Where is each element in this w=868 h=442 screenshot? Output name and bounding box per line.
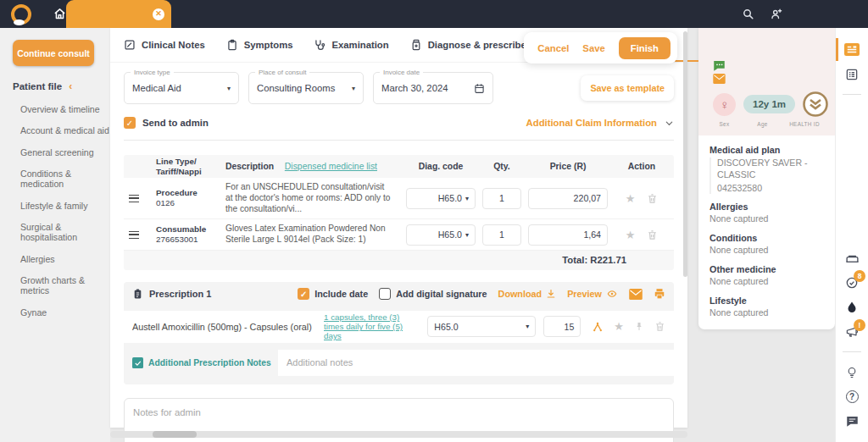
clipboard-icon [226, 39, 238, 51]
eye-icon [606, 289, 618, 299]
rail-help-icon[interactable]: ? [836, 384, 868, 409]
add-signature-checkbox[interactable]: Add digital signature [379, 288, 487, 300]
pill-bottle-icon [410, 39, 422, 51]
vertical-scrollbar[interactable] [683, 31, 687, 277]
chevron-down-icon [665, 119, 674, 128]
save-as-template-button[interactable]: Save as template [581, 75, 674, 101]
search-icon[interactable] [742, 8, 754, 20]
sidebar-item-allergies[interactable]: Allergies [13, 254, 110, 264]
rail-feedback-icon[interactable] [836, 409, 868, 434]
sidebar-item-account[interactable]: Account & medical aid [13, 125, 110, 135]
favourite-star-icon[interactable]: ★ [626, 193, 636, 204]
send-admin-checkbox[interactable]: ✓ [124, 117, 136, 129]
sidebar-item-surgical[interactable]: Surgical & hospitalisation [13, 222, 110, 242]
consult-main-area: Clinical Notes Symptoms Examination Diag… [110, 28, 687, 442]
patient-summary-column: ♀ 12y 1m Sex Age HEALTH ID Medical aid p… [687, 28, 835, 442]
rail-tasks-icon[interactable]: 8 [836, 270, 868, 295]
chat-message-icon[interactable] [713, 60, 835, 71]
tab-clinical-notes[interactable]: Clinical Notes [124, 39, 205, 51]
generic-substitute-icon[interactable] [592, 321, 604, 333]
delete-trash-icon[interactable] [654, 321, 665, 332]
rx-diag-code-select[interactable]: H65.0 ▾ [427, 316, 536, 337]
sidebar-item-lifestyle[interactable]: Lifestyle & family [13, 201, 110, 211]
summary-section: Conditions None captured [709, 233, 824, 257]
tab-symptoms[interactable]: Symptoms [226, 39, 293, 51]
pin-icon[interactable] [634, 321, 644, 332]
sidebar-item-conditions[interactable]: Conditions & medication [13, 169, 110, 189]
rail-summary-icon[interactable] [836, 62, 868, 86]
health-id-badge-icon[interactable] [803, 91, 828, 117]
rail-billing-icon[interactable] [836, 37, 868, 62]
tab-examination[interactable]: Examination [314, 39, 388, 51]
prescription-medicine-row: Austell Amoxicillin (500mg) - Capsules (… [124, 311, 674, 343]
cancel-button[interactable]: Cancel [537, 43, 569, 53]
save-button[interactable]: Save [582, 43, 604, 53]
sidebar-item-overview[interactable]: Overview & timeline [13, 104, 110, 114]
favourite-star-icon[interactable]: ★ [626, 229, 636, 240]
rail-divider [843, 351, 861, 352]
dosage-link[interactable]: 1 capsules, three (3) times daily for fi… [324, 312, 427, 340]
tab-diagnose-prescribe[interactable]: Diagnose & prescribe [410, 39, 526, 51]
rail-bed-icon[interactable] [836, 246, 868, 270]
include-date-checkbox[interactable]: ✓ Include date [298, 288, 368, 300]
preview-link[interactable]: Preview [567, 289, 618, 299]
rail-announcements-icon[interactable]: ! [836, 319, 868, 344]
additional-claim-toggle[interactable]: Additional Claim Information [526, 118, 674, 128]
rx-qty-input[interactable]: 15 [543, 316, 581, 337]
top-bar: ✕ [0, 0, 868, 28]
chevron-down-icon: ▾ [345, 85, 355, 92]
invoice-line-row: Procedure0126 For an UNSCHEDULED consult… [124, 178, 674, 219]
horizontal-scrollbar-thumb[interactable] [153, 431, 197, 438]
rail-ink-drop-icon[interactable] [836, 295, 868, 319]
delete-trash-icon[interactable] [647, 193, 658, 204]
patient-tab[interactable]: ✕ [66, 0, 171, 28]
calendar-icon [467, 83, 485, 94]
medical-aid-plan-title: Medical aid plan [709, 145, 824, 155]
email-envelope-icon[interactable] [713, 74, 835, 84]
sidebar-item-screening[interactable]: General screening [13, 147, 110, 157]
download-link[interactable]: Download [498, 289, 557, 299]
rail-tips-icon[interactable] [836, 360, 868, 384]
price-input[interactable]: 220,07 [528, 188, 608, 209]
continue-consult-button[interactable]: Continue consult [13, 40, 94, 66]
email-icon[interactable] [629, 289, 643, 300]
price-input[interactable]: 1,64 [528, 224, 608, 246]
delete-trash-icon[interactable] [647, 229, 658, 240]
invoice-date-field[interactable]: Invoice date March 30, 2024 [373, 72, 493, 104]
diag-code-select[interactable]: H65.0▾ [406, 188, 476, 209]
place-of-consult-select[interactable]: Place of consult Consulting Rooms ▾ [248, 72, 364, 104]
age-badge: 12y 1m [743, 95, 795, 113]
add-patient-icon[interactable] [770, 8, 783, 20]
finish-button[interactable]: Finish [619, 37, 670, 59]
invoice-form-row: Invoice type Medical Aid ▾ Place of cons… [124, 72, 674, 104]
patient-summary-card: ♀ 12y 1m Sex Age HEALTH ID Medical aid p… [698, 28, 835, 329]
collapse-sidebar-icon[interactable]: ‹ [69, 80, 72, 92]
send-admin-row: ✓ Send to admin Additional Claim Informa… [124, 117, 674, 141]
diag-code-select[interactable]: H65.0▾ [406, 224, 476, 246]
invoice-type-select[interactable]: Invoice type Medical Aid ▾ [124, 72, 239, 104]
tab-close-icon[interactable]: ✕ [153, 8, 164, 20]
dispensed-medicine-list-link[interactable]: Dispensed medicine list [285, 162, 377, 171]
invoice-line-row: Consumable276653001 Gloves Latex Examina… [124, 219, 674, 251]
patient-file-header: Patient file ‹ [13, 80, 110, 92]
clinical-notes-icon [124, 39, 136, 51]
tasks-count-badge: 8 [854, 270, 865, 282]
prescription-section: Prescription 1 ✓ Include date Add digita… [124, 282, 674, 384]
right-icon-rail: 8 ! ? [835, 28, 868, 442]
drag-handle-icon[interactable] [129, 231, 139, 239]
medicine-name: Austell Amoxicillin (500mg) - Capsules (… [132, 322, 324, 332]
favourite-star-icon[interactable]: ★ [614, 321, 624, 332]
home-icon[interactable] [53, 8, 66, 20]
qty-input[interactable]: 1 [482, 188, 521, 209]
print-icon[interactable] [654, 288, 665, 300]
app-logo-icon [11, 4, 31, 25]
sidebar-item-gynae[interactable]: Gynae [13, 307, 110, 318]
summary-section: Lifestyle None captured [709, 296, 824, 319]
qty-input[interactable]: 1 [482, 224, 521, 246]
additional-notes-input[interactable] [278, 350, 674, 376]
horizontal-scrollbar-track[interactable] [110, 431, 687, 438]
drag-handle-icon[interactable] [129, 195, 139, 202]
sidebar-item-growth[interactable]: Growth charts & metrics [13, 275, 110, 296]
notes-edit-icon [132, 357, 143, 368]
app-window: ✕ Continue consult Patient file ‹ Overvi… [0, 0, 868, 442]
